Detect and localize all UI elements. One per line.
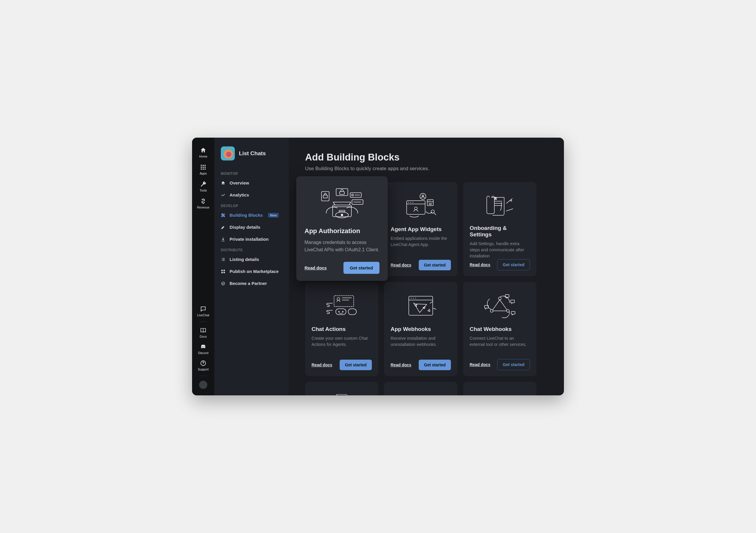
sidebar: List Chats MONITOR Overview Analytics DE… xyxy=(214,138,289,395)
divider xyxy=(199,322,207,322)
get-started-button[interactable]: Get started xyxy=(497,259,530,270)
get-started-button[interactable]: Get started xyxy=(340,360,372,370)
card-desc: Create your own custom Chat Actions for … xyxy=(311,335,372,348)
svg-rect-26 xyxy=(407,201,425,214)
sidebar-item-building-blocks[interactable]: Building Blocks New xyxy=(214,209,289,221)
rail-docs[interactable]: Docs xyxy=(197,325,209,340)
download-icon xyxy=(221,237,226,241)
svg-rect-19 xyxy=(321,191,329,201)
rail-label: Docs xyxy=(200,335,207,338)
svg-point-38 xyxy=(342,311,343,312)
page-title: Add Building Blocks xyxy=(305,152,548,163)
sidebar-item-label: Display details xyxy=(230,225,260,230)
dollar-icon xyxy=(200,198,206,205)
sidebar-item-listing-details[interactable]: Listing details xyxy=(214,253,289,265)
app-window: Home Apps Tools Revenue LiveChat xyxy=(192,138,564,395)
page-subtitle: Use Building Blocks to quickly create ap… xyxy=(305,166,548,172)
app-icon xyxy=(221,147,235,160)
book-icon xyxy=(200,327,206,334)
svg-point-41 xyxy=(498,297,501,299)
card-app-webhooks: App Webhooks Receive installation and un… xyxy=(384,282,457,376)
sidebar-item-become-partner[interactable]: Become a Partner xyxy=(214,277,289,289)
grid-icon xyxy=(221,269,226,274)
puzzle-icon xyxy=(221,213,226,218)
rail-livechat[interactable]: LiveChat xyxy=(197,303,209,319)
card-illustration xyxy=(391,189,451,222)
card-title: Agent App Widgets xyxy=(391,226,451,233)
discord-icon xyxy=(200,344,206,350)
section-develop-label: DEVELOP xyxy=(214,201,289,209)
rail-revenue[interactable]: Revenue xyxy=(197,196,209,211)
new-badge: New xyxy=(268,213,279,218)
home-icon xyxy=(221,181,226,185)
read-docs-link[interactable]: Read docs xyxy=(305,265,327,270)
card-illustration xyxy=(305,185,379,221)
card-desc: Connect LiveChat to an external tool or … xyxy=(470,335,530,348)
svg-rect-25 xyxy=(340,191,344,194)
get-started-button[interactable]: Get started xyxy=(419,260,451,270)
rail-discord[interactable]: Discord xyxy=(197,341,209,356)
get-started-button[interactable]: Get started xyxy=(419,360,451,370)
svg-rect-0 xyxy=(201,165,202,166)
read-docs-link[interactable]: Read docs xyxy=(391,263,411,267)
sidebar-item-label: Private installation xyxy=(230,237,268,241)
sidebar-item-private-installation[interactable]: Private installation xyxy=(214,233,289,245)
sidebar-item-label: Analytics xyxy=(230,192,249,197)
svg-rect-5 xyxy=(205,167,206,168)
svg-rect-10 xyxy=(221,270,223,271)
sidebar-item-overview[interactable]: Overview xyxy=(214,177,289,189)
card-desc: Add Settings, handle extra steps and com… xyxy=(470,241,530,259)
svg-rect-36 xyxy=(336,309,346,315)
cards-grid: App Authorization Manage credentials to … xyxy=(305,182,548,395)
rail-support[interactable]: Support xyxy=(197,357,209,373)
pencil-icon xyxy=(221,225,226,230)
card-desc: Receive installation and uninstallation … xyxy=(391,335,451,348)
svg-rect-40 xyxy=(409,296,433,315)
rail-tools[interactable]: Tools xyxy=(197,179,209,194)
apps-icon xyxy=(200,164,206,170)
featured-title: App Authorization xyxy=(305,227,379,235)
card-chat-webhooks: Chat Webhooks Connect LiveChat to an ext… xyxy=(463,282,536,376)
app-header: List Chats xyxy=(214,147,289,169)
svg-rect-39 xyxy=(348,309,356,315)
read-docs-link[interactable]: Read docs xyxy=(391,363,411,367)
rail-label: Discord xyxy=(198,351,208,355)
trend-icon xyxy=(221,193,226,197)
read-docs-link[interactable]: Read docs xyxy=(470,263,490,267)
svg-point-14 xyxy=(222,282,225,285)
card-partial xyxy=(463,382,536,395)
help-icon xyxy=(200,360,206,366)
get-started-button[interactable]: Get started xyxy=(343,262,379,274)
svg-rect-7 xyxy=(202,169,204,170)
rail-home[interactable]: Home xyxy=(197,145,209,160)
sidebar-item-label: Building Blocks xyxy=(230,212,263,218)
card-illustration xyxy=(470,189,530,221)
app-title: List Chats xyxy=(239,150,266,157)
svg-rect-46 xyxy=(511,311,515,314)
card-illustration xyxy=(470,289,530,322)
card-illustration xyxy=(311,389,372,395)
svg-rect-20 xyxy=(323,195,327,198)
sidebar-item-analytics[interactable]: Analytics xyxy=(214,189,289,201)
featured-slot: App Authorization Manage credentials to … xyxy=(305,182,378,276)
svg-rect-48 xyxy=(336,394,347,395)
sidebar-item-publish-marketplace[interactable]: Publish on Marketplace xyxy=(214,265,289,277)
read-docs-link[interactable]: Read docs xyxy=(470,362,490,367)
svg-rect-18 xyxy=(339,210,345,212)
avatar[interactable] xyxy=(199,381,207,389)
svg-point-28 xyxy=(420,193,426,199)
get-started-button[interactable]: Get started xyxy=(497,359,530,370)
card-onboarding-settings: Onboarding & Settings Add Settings, hand… xyxy=(463,182,536,276)
read-docs-link[interactable]: Read docs xyxy=(311,363,332,367)
nav-rail: Home Apps Tools Revenue LiveChat xyxy=(192,138,214,395)
section-monitor-label: MONITOR xyxy=(214,169,289,177)
rail-label: Apps xyxy=(200,172,207,175)
card-desc: Embed applications inside the LiveChat A… xyxy=(391,236,451,248)
main-content: Add Building Blocks Use Building Blocks … xyxy=(289,138,564,395)
rail-apps[interactable]: Apps xyxy=(197,162,209,177)
rail-label: Support xyxy=(198,368,209,371)
handshake-icon xyxy=(221,281,226,286)
sidebar-item-display-details[interactable]: Display details xyxy=(214,221,289,233)
svg-point-35 xyxy=(337,297,340,300)
card-chat-actions: Chat Actions Create your own custom Chat… xyxy=(305,282,378,376)
